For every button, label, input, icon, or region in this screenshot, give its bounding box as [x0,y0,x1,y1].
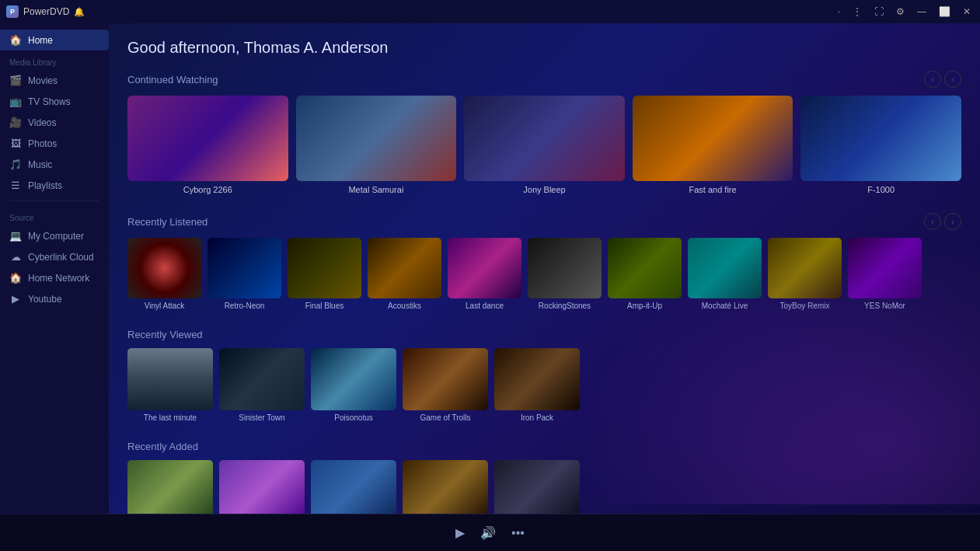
network-icon: 🏠 [9,272,22,284]
watching-prev-button[interactable]: ‹ [924,71,941,88]
recently-added-grid [127,460,961,514]
videos-icon: 🎥 [9,117,22,128]
watching-thumb [464,96,625,181]
titlebar-minimize-button[interactable]: — [914,5,929,19]
titlebar-close-button[interactable]: ✕ [960,5,974,19]
added-item[interactable] [494,460,580,514]
viewed-item[interactable]: Game of Trolls [403,348,488,422]
continued-watching-grid: Cyborg 2266 Metal Samurai Jony Bleep Fas… [127,96,961,194]
titlebar-settings-icon[interactable]: ⚙ [893,5,908,19]
computer-icon: 💻 [9,230,22,242]
titlebar-maximize-button[interactable]: ⬜ [936,5,954,19]
tv-icon: 📺 [9,96,22,107]
watching-nav: ‹ › [924,71,961,88]
added-item[interactable] [403,460,488,514]
watching-item[interactable]: F-1000 [800,96,961,194]
added-item[interactable] [219,460,305,514]
music-thumb [848,238,922,298]
sidebar-item-music[interactable]: 🎵 Music [0,154,109,175]
sidebar-item-home-network[interactable]: 🏠 Home Network [0,267,109,288]
added-thumb [403,460,488,514]
music-item[interactable]: ToyBoy Remix [768,238,842,310]
music-item[interactable]: Final Blues [288,238,361,310]
content-area: Good afternoon, Thomas A. Anderson Conti… [109,23,980,514]
viewed-item[interactable]: Iron Pack [494,348,580,422]
viewed-thumb [403,348,488,410]
continued-watching-title: Continued Watching [127,74,218,85]
music-item[interactable]: Acoustiks [368,238,441,310]
added-item[interactable] [311,460,396,514]
sidebar-item-cyberlink-cloud[interactable]: ☁ Cyberlink Cloud [0,246,109,267]
viewed-thumb [311,348,396,410]
recently-listened-grid: Vinyl Attack Retro-Neon Final Blues Acou… [127,238,961,310]
watching-thumb [296,96,457,181]
added-thumb [127,460,213,514]
cloud-icon: ☁ [9,251,22,263]
added-thumb [219,460,305,514]
play-button[interactable]: ▶ [455,525,465,540]
added-item[interactable] [127,460,213,514]
music-item[interactable]: Vinyl Attack [127,238,201,310]
recently-viewed-grid: The last minute Sinister Town Poisonotus… [127,348,961,422]
sidebar-network-label: Home Network [28,273,89,284]
watching-item[interactable]: Metal Samurai [296,96,457,194]
app-name: PowerDVD [23,6,69,17]
continued-watching-header: Continued Watching ‹ › [127,71,961,88]
recently-added-title: Recently Added [127,441,198,452]
music-item[interactable]: Retro-Neon [208,238,281,310]
music-label: Last dance [448,302,521,310]
titlebar-controls: · ⋮ ⛶ ⚙ — ⬜ ✕ [835,5,974,19]
app-bell: 🔔 [74,7,85,17]
watching-item[interactable]: Jony Bleep [464,96,625,194]
viewed-thumb [219,348,305,410]
watching-item[interactable]: Cyborg 2266 [127,96,288,194]
added-thumb [494,460,580,514]
main-layout: 🏠 Home Media Library 🎬 Movies 📺 TV Shows… [0,23,980,514]
movies-icon: 🎬 [9,75,22,86]
titlebar-share-icon[interactable]: ⋮ [849,5,865,19]
listened-next-button[interactable]: › [944,213,961,230]
sidebar-item-movies[interactable]: 🎬 Movies [0,70,109,91]
music-item[interactable]: Mochaté Live [688,238,762,310]
added-thumb [311,460,396,514]
sidebar-item-youtube[interactable]: ▶ Youtube [0,288,109,309]
sidebar-item-videos[interactable]: 🎥 Videos [0,112,109,133]
music-icon: 🎵 [9,159,22,170]
sidebar-item-tv-shows[interactable]: 📺 TV Shows [0,91,109,112]
more-button[interactable]: ••• [511,526,525,540]
viewed-item[interactable]: Sinister Town [219,348,305,422]
watching-next-button[interactable]: › [944,71,961,88]
recently-viewed-title: Recently Viewed [127,329,203,340]
viewed-item[interactable]: The last minute [127,348,213,422]
sidebar-movies-label: Movies [28,75,58,86]
sidebar-item-my-computer[interactable]: 💻 My Computer [0,225,109,246]
sidebar: 🏠 Home Media Library 🎬 Movies 📺 TV Shows… [0,23,109,514]
sidebar-tv-label: TV Shows [28,96,71,107]
music-label: Mochaté Live [688,302,762,310]
sidebar-playlists-label: Playlists [28,180,62,191]
youtube-icon: ▶ [9,293,22,305]
titlebar-window-icon[interactable]: ⛶ [871,5,887,19]
watching-label: Metal Samurai [296,185,457,194]
greeting: Good afternoon, Thomas A. Anderson [127,39,961,57]
viewed-label: The last minute [127,413,213,422]
music-item[interactable]: Last dance [448,238,521,310]
sidebar-item-home[interactable]: 🏠 Home [0,30,109,51]
titlebar-dot-icon[interactable]: · [835,5,843,19]
viewed-item[interactable]: Poisonotus [311,348,396,422]
sidebar-item-photos[interactable]: 🖼 Photos [0,133,109,154]
sidebar-photos-label: Photos [28,138,57,149]
viewed-label: Game of Trolls [403,413,488,422]
app-logo: P [6,5,19,18]
viewed-label: Sinister Town [219,413,305,422]
music-item[interactable]: YES NoMor [848,238,922,310]
sidebar-source-label: Source [0,206,109,225]
volume-button[interactable]: 🔊 [480,525,496,540]
listened-prev-button[interactable]: ‹ [924,213,941,230]
music-item[interactable]: Amp-it-Up [608,238,682,310]
music-item[interactable]: RockingStones [528,238,602,310]
music-thumb [368,238,441,298]
music-thumb [127,238,201,298]
watching-item[interactable]: Fast and fire [633,96,793,194]
sidebar-item-playlists[interactable]: ☰ Playlists [0,175,109,196]
